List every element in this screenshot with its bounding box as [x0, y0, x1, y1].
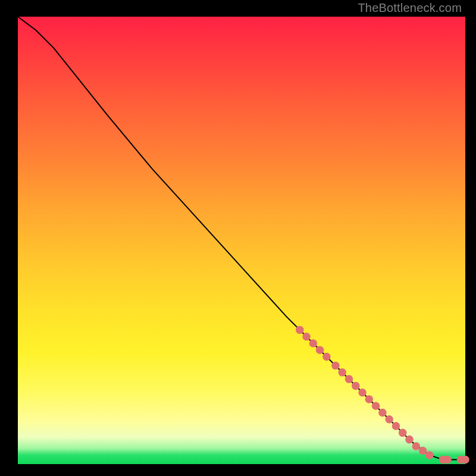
data-marker [461, 456, 469, 464]
data-marker [309, 339, 318, 347]
data-marker [443, 456, 452, 464]
data-marker [331, 362, 340, 370]
plot-overlay [18, 17, 465, 464]
data-marker [345, 375, 353, 383]
data-marker [338, 368, 346, 377]
data-marker [412, 442, 421, 450]
data-marker [358, 389, 367, 397]
data-marker [372, 402, 380, 410]
data-marker [425, 451, 434, 459]
data-marker [405, 436, 414, 444]
data-marker [296, 326, 304, 334]
data-marker [322, 353, 331, 361]
chart-frame: TheBottleneck.com [0, 0, 476, 476]
data-marker [316, 346, 324, 354]
data-marker [352, 382, 360, 390]
data-marker [392, 422, 400, 430]
data-marker [365, 395, 374, 403]
data-markers-group [296, 326, 469, 464]
data-marker [378, 409, 387, 417]
data-marker [399, 429, 407, 437]
data-marker [419, 447, 427, 455]
data-marker [385, 415, 393, 424]
data-marker [302, 333, 311, 341]
bottleneck-curve [18, 17, 465, 459]
attribution-text: TheBottleneck.com [358, 1, 462, 15]
